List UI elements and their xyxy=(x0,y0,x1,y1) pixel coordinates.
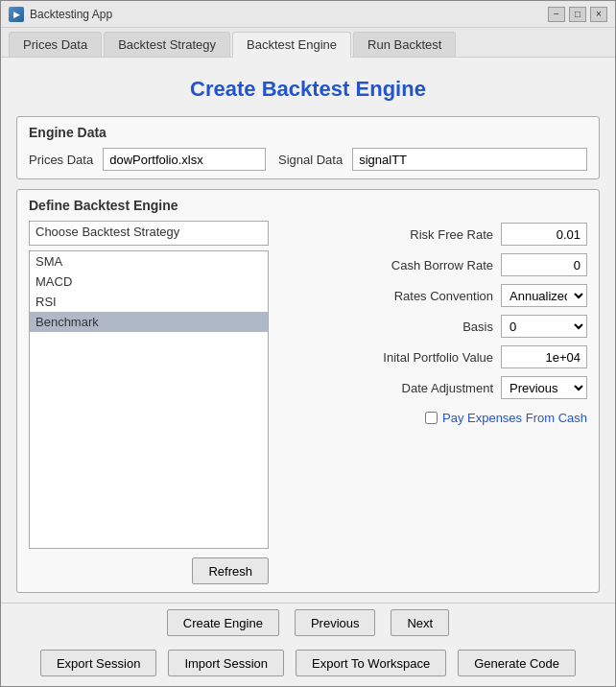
date-adjustment-row: Date Adjustment Previous Next None xyxy=(278,376,587,399)
content-area: Create Backtest Engine Engine Data Price… xyxy=(1,58,615,603)
strategy-item-sma[interactable]: SMA xyxy=(30,251,268,272)
basis-select[interactable]: 0 1 2 xyxy=(501,315,587,338)
pay-expenses-row: Pay Expenses From Cash xyxy=(278,411,587,425)
tab-run-backtest[interactable]: Run Backtest xyxy=(353,32,456,57)
page-title: Create Backtest Engine xyxy=(16,67,600,107)
define-engine-section: Define Backtest Engine Choose Backtest S… xyxy=(16,189,600,593)
refresh-btn-row: Refresh xyxy=(29,557,269,584)
engine-data-row: Prices Data Signal Data xyxy=(29,148,587,171)
risk-free-rate-label: Risk Free Rate xyxy=(378,227,493,242)
strategy-listbox-label: Choose Backtest Strategy xyxy=(29,221,269,246)
refresh-button[interactable]: Refresh xyxy=(192,557,269,584)
pay-expenses-label: Pay Expenses From Cash xyxy=(442,411,587,425)
prices-data-label: Prices Data xyxy=(29,153,93,167)
cash-borrow-rate-input[interactable] xyxy=(501,253,587,276)
define-engine-title: Define Backtest Engine xyxy=(29,198,587,213)
rates-convention-row: Rates Convention Annualized Simple Conti… xyxy=(278,284,587,307)
strategy-item-rsi[interactable]: RSI xyxy=(30,292,268,312)
initial-portfolio-input[interactable] xyxy=(501,345,587,368)
cash-borrow-rate-row: Cash Borrow Rate xyxy=(278,253,587,276)
tab-backtest-strategy[interactable]: Backtest Strategy xyxy=(104,32,230,57)
previous-button[interactable]: Previous xyxy=(295,609,376,636)
rates-convention-select[interactable]: Annualized Simple Continuous xyxy=(501,284,587,307)
export-session-button[interactable]: Export Session xyxy=(40,650,156,676)
footer-bar: Export Session Import Session Export To … xyxy=(1,644,615,686)
tab-prices-data[interactable]: Prices Data xyxy=(9,32,102,57)
tab-backtest-engine[interactable]: Backtest Engine xyxy=(232,32,351,58)
main-window: ▶ Backtesting App − □ × Prices Data Back… xyxy=(0,0,616,687)
initial-portfolio-row: Inital Portfolio Value xyxy=(278,345,587,368)
strategy-listbox[interactable]: SMA MACD RSI Benchmark xyxy=(29,250,269,549)
pay-expenses-checkbox[interactable] xyxy=(425,412,438,424)
minimize-button[interactable]: − xyxy=(548,7,565,22)
window-title: Backtesting App xyxy=(30,8,112,21)
basis-label: Basis xyxy=(378,320,493,334)
action-bar: Create Engine Previous Next xyxy=(1,603,615,644)
engine-data-title: Engine Data xyxy=(29,125,587,140)
initial-portfolio-label: Inital Portfolio Value xyxy=(378,350,493,365)
date-adjustment-select[interactable]: Previous Next None xyxy=(501,376,587,399)
risk-free-rate-input[interactable] xyxy=(501,223,587,246)
define-engine-inner: Choose Backtest Strategy SMA MACD RSI Be… xyxy=(29,221,587,584)
title-bar-left: ▶ Backtesting App xyxy=(9,7,112,22)
generate-code-button[interactable]: Generate Code xyxy=(458,650,576,676)
params-panel: Risk Free Rate Cash Borrow Rate Rates Co… xyxy=(278,221,587,584)
cash-borrow-rate-label: Cash Borrow Rate xyxy=(378,258,493,272)
next-button[interactable]: Next xyxy=(391,609,449,636)
window-controls: − □ × xyxy=(548,7,607,22)
date-adjustment-label: Date Adjustment xyxy=(378,381,493,395)
strategy-item-macd[interactable]: MACD xyxy=(30,272,268,292)
close-button[interactable]: × xyxy=(590,7,607,22)
title-bar: ▶ Backtesting App − □ × xyxy=(1,1,615,28)
strategy-panel: Choose Backtest Strategy SMA MACD RSI Be… xyxy=(29,221,269,584)
prices-data-input[interactable] xyxy=(103,148,266,171)
rates-convention-label: Rates Convention xyxy=(378,289,493,303)
signal-data-label: Signal Data xyxy=(275,153,343,167)
export-workspace-button[interactable]: Export To Workspace xyxy=(296,650,446,676)
strategy-item-benchmark[interactable]: Benchmark xyxy=(30,312,268,332)
tab-bar: Prices Data Backtest Strategy Backtest E… xyxy=(1,28,615,58)
signal-data-input[interactable] xyxy=(352,148,587,171)
basis-row: Basis 0 1 2 xyxy=(278,315,587,338)
app-icon: ▶ xyxy=(9,7,24,22)
risk-free-rate-row: Risk Free Rate xyxy=(278,223,587,246)
maximize-button[interactable]: □ xyxy=(569,7,586,22)
import-session-button[interactable]: Import Session xyxy=(168,650,284,676)
create-engine-button[interactable]: Create Engine xyxy=(167,609,279,636)
engine-data-section: Engine Data Prices Data Signal Data xyxy=(16,116,600,179)
